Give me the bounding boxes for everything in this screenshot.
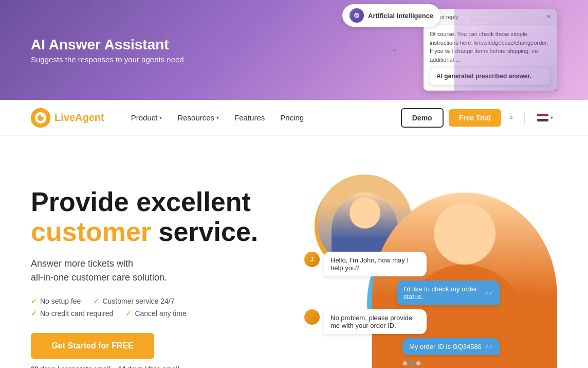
- man-head: [350, 198, 380, 229]
- hero-heading-line1: Provide excellent: [31, 187, 251, 217]
- checkmark-icon: ✓: [31, 309, 37, 318]
- product-chevron-icon: ▾: [159, 115, 162, 120]
- promo-banner: AI Answer Assistant Suggests the respons…: [0, 0, 588, 100]
- trial-corporate-days: 30 days: [31, 365, 56, 368]
- chat-bubble-user-2: My order ID is GQ34586 ✓✓: [402, 338, 500, 355]
- nav-divider: [524, 112, 525, 124]
- arrow-icon: →: [389, 45, 398, 56]
- language-selector[interactable]: ▾: [533, 111, 557, 125]
- logo[interactable]: LiveAgent: [31, 108, 104, 128]
- chat-overlay: J Hello, I'm John, how may I help you? I…: [304, 252, 500, 367]
- logo-text: LiveAgent: [54, 112, 104, 124]
- check-cancel: ✓ Cancel any time: [125, 309, 186, 318]
- hero-checks: ✓ No setup fee ✓ Customer service 24/7 ✓…: [31, 297, 284, 318]
- logo-icon: [31, 108, 50, 128]
- chat-avatar-1: J: [304, 252, 320, 267]
- nav-product[interactable]: Product ▾: [125, 109, 169, 126]
- lang-chevron-icon: ▾: [550, 115, 553, 120]
- banner-left: AI Answer Assistant Suggests the respons…: [31, 37, 184, 64]
- demo-button[interactable]: Demo: [401, 108, 444, 128]
- nav-links: Product ▾ Resources ▾ Features Pricing: [125, 109, 401, 126]
- nav-pricing[interactable]: Pricing: [274, 109, 310, 126]
- trial-text: 30 days / corporate email 14 days / free…: [31, 365, 284, 368]
- chat-bubble-agent-2: No problem, please provide me with your …: [324, 309, 427, 334]
- ai-badge-text: Artificial Intelligence: [368, 12, 433, 20]
- chat-bubble-agent-1: Hello, I'm John, how may I help you?: [324, 252, 427, 276]
- check-no-setup: ✓ No setup fee: [31, 297, 81, 305]
- navbar: LiveAgent Product ▾ Resources ▾ Features…: [0, 100, 588, 136]
- checkmark-icon: ✓: [31, 297, 37, 305]
- ai-badge: Artificial Intelligence: [342, 4, 440, 27]
- read-check-icon-2: ✓✓: [485, 344, 493, 349]
- chat-message-4: My order ID is GQ34586 ✓✓: [304, 338, 500, 355]
- trial-free-days: 14 days: [118, 365, 143, 368]
- resources-chevron-icon: ▾: [216, 115, 219, 120]
- user-account-icon[interactable]: ◦: [506, 109, 516, 127]
- ai-badge-icon: [350, 8, 364, 23]
- dot-2: [410, 361, 414, 365]
- banner-subtitle: Suggests the responses to your agents ne…: [31, 55, 184, 64]
- read-check-icon: ✓✓: [485, 290, 493, 296]
- hero-subtext: Answer more tickets with all-in-one cust…: [31, 257, 284, 285]
- checkmark-icon: ✓: [125, 309, 132, 318]
- hero-section: Provide excellent customer service. Answ…: [0, 136, 588, 368]
- hero-heading: Provide excellent customer service.: [31, 187, 284, 246]
- bg-code-decoration: <div class="chat"> <ai-assist> suggest()…: [454, 9, 557, 91]
- banner-title: AI Answer Assistant: [31, 37, 184, 53]
- checkmark-icon: ✓: [93, 297, 99, 305]
- chat-bubble-user-1: I'd like to check my order status. ✓✓: [397, 281, 500, 305]
- flag-icon: [537, 114, 548, 121]
- banner-right: Artificial Intelligence → Agent reply ✕ …: [358, 9, 557, 91]
- trial-free-label: / free email: [144, 365, 179, 368]
- chat-message-3: No problem, please provide me with your …: [304, 309, 500, 334]
- get-started-button[interactable]: Get Started for FREE: [31, 333, 154, 359]
- hero-check-row-1: ✓ No setup fee ✓ Customer service 24/7: [31, 297, 284, 305]
- dot-1: [403, 361, 407, 365]
- nav-actions: Demo Free Trial ◦ ▾: [401, 108, 557, 128]
- check-no-cc: ✓ No credit card required: [31, 309, 113, 318]
- chat-message-1: J Hello, I'm John, how may I help you?: [304, 252, 500, 276]
- nav-features[interactable]: Features: [228, 109, 271, 126]
- hero-left: Provide excellent customer service. Answ…: [31, 187, 284, 368]
- svg-point-4: [41, 113, 45, 117]
- nav-resources[interactable]: Resources ▾: [171, 109, 225, 126]
- trial-corporate-label: / corporate email: [57, 365, 111, 368]
- chat-message-2: I'd like to check my order status. ✓✓: [304, 281, 500, 305]
- hero-heading-orange: customer: [31, 217, 151, 247]
- chat-dots: [324, 359, 500, 367]
- dot-3: [416, 361, 420, 365]
- check-customer-service: ✓ Customer service 24/7: [93, 297, 174, 305]
- hero-check-row-2: ✓ No credit card required ✓ Cancel any t…: [31, 309, 284, 318]
- free-trial-button[interactable]: Free Trial: [449, 109, 501, 127]
- chat-avatar-2: [304, 309, 320, 325]
- hero-illustration: J Hello, I'm John, how may I help you? I…: [304, 162, 557, 368]
- hero-heading-service: service.: [151, 217, 258, 247]
